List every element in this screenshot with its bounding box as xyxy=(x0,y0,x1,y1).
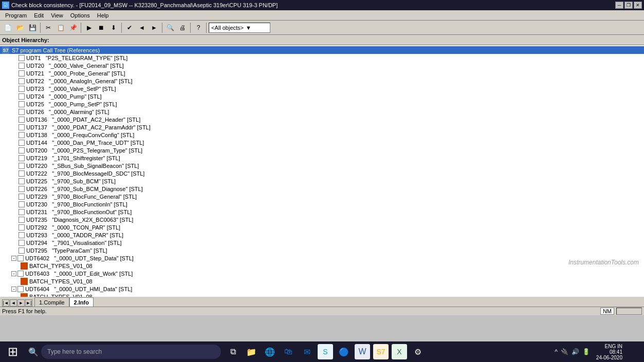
toolbar-compile[interactable]: ▶ xyxy=(83,22,95,33)
toolbar-paste[interactable]: 📌 xyxy=(67,22,79,33)
tree-row[interactable]: UDT220 "_SBus_Sub_SignalBeacon" [STL] xyxy=(0,162,644,169)
menu-edit[interactable]: Edit xyxy=(31,11,47,20)
tree-row[interactable]: UDT230 "_9700_BlocFunctionIn" [STL] xyxy=(0,200,644,208)
item-checkbox[interactable] xyxy=(19,109,25,115)
tree-row[interactable]: UDT231 "_9700_BlocFunctionOut" [STL] xyxy=(0,208,644,216)
toolbar-stop[interactable]: ⏹ xyxy=(96,22,107,33)
taskbar-search-bar[interactable]: Type here to search xyxy=(41,345,221,359)
tray-chevron[interactable]: ^ xyxy=(555,348,558,355)
tab-first-button[interactable]: |◄ xyxy=(2,299,9,307)
tree-row[interactable]: UDT144 "_0000_Dan_PM_Trace_UDT" [STL] xyxy=(0,139,644,146)
toolbar-open[interactable]: 📂 xyxy=(14,22,26,33)
show-desktop-button[interactable] xyxy=(624,341,640,362)
taskbar-settings[interactable]: ⚙ xyxy=(410,344,426,359)
tree-row[interactable]: UDT20 "_0000_Valve_General" [STL] xyxy=(0,62,644,69)
item-checkbox[interactable] xyxy=(19,209,25,215)
item-checkbox[interactable] xyxy=(17,286,24,292)
tree-row[interactable]: UDT294 "_7901_Visualisation" [STL] xyxy=(0,239,644,246)
tree-container[interactable]: S7 S7 program Call Tree (References) UDT… xyxy=(0,45,644,297)
toolbar-find[interactable]: 🔍 xyxy=(164,22,176,33)
item-checkbox[interactable] xyxy=(19,155,25,161)
tab-prev-button[interactable]: ◄ xyxy=(10,299,17,307)
tree-row[interactable]: UDT293 "_0000_TADDR_PAR" [STL] xyxy=(0,231,644,239)
item-checkbox[interactable] xyxy=(17,271,24,277)
toolbar-help[interactable]: ? xyxy=(193,22,204,33)
tree-root[interactable]: S7 S7 program Call Tree (References) xyxy=(0,46,644,54)
toolbar-nav-back[interactable]: ◄ xyxy=(136,22,148,33)
toolbar-print[interactable]: 🖨 xyxy=(177,22,188,33)
menu-help[interactable]: Help xyxy=(94,11,112,20)
taskbar-edge[interactable]: 🌐 xyxy=(262,344,278,359)
tree-row[interactable]: UDT22 "_0000_AnalogIn_General" [STL] xyxy=(0,77,644,85)
tab-last-button[interactable]: ►| xyxy=(25,299,32,307)
item-checkbox[interactable] xyxy=(19,186,25,192)
tree-row[interactable]: UDT226 "_9700_Sub_BCM_Diagnose" [STL] xyxy=(0,185,644,193)
tree-row[interactable]: BATCH_TYPES_V01_08 xyxy=(0,277,644,285)
tree-row[interactable]: -UDT6402 "_0000_UDT_Step_Data" [STL] xyxy=(0,254,644,262)
toolbar-nav-fwd[interactable]: ► xyxy=(149,22,160,33)
taskbar-mail[interactable]: ✉ xyxy=(299,344,315,359)
item-checkbox[interactable] xyxy=(19,170,25,177)
item-checkbox[interactable] xyxy=(19,70,25,77)
tree-row[interactable]: UDT138 "_0000_FrequConvConfig" [STL] xyxy=(0,131,644,139)
tree-row[interactable]: UDT222 "_9700_BlocMessageID_SDC" [STL] xyxy=(0,169,644,177)
item-checkbox[interactable] xyxy=(19,93,25,100)
tree-row[interactable]: UDT136 "_0000_PDAT_AC2_Header" [STL] xyxy=(0,116,644,123)
item-checkbox[interactable] xyxy=(19,132,25,138)
toolbar-download[interactable]: ⬇ xyxy=(108,22,119,33)
expand-button[interactable]: - xyxy=(11,256,16,261)
tree-row[interactable]: UDT24 "_0000_Pump" [STL] xyxy=(0,92,644,100)
tree-row[interactable]: UDT200 "_0000_P2S_Telegram_Type" [STL] xyxy=(0,146,644,154)
tree-row[interactable]: -UDT6403 "_0000_UDT_Edit_Work" [STL] xyxy=(0,270,644,277)
toolbar-save[interactable]: 💾 xyxy=(27,22,38,33)
taskbar-word[interactable]: W xyxy=(355,344,370,359)
item-checkbox[interactable] xyxy=(19,86,25,92)
close-button[interactable]: ✕ xyxy=(634,2,642,9)
tree-row[interactable]: BATCH_TYPES_V01_08 xyxy=(0,262,644,270)
minimize-button[interactable]: ─ xyxy=(615,2,623,9)
item-checkbox[interactable] xyxy=(19,178,25,184)
taskbar-siemens[interactable]: S xyxy=(318,344,333,359)
item-checkbox[interactable] xyxy=(19,217,25,223)
toolbar-check[interactable]: ✔ xyxy=(124,22,135,33)
taskbar-search-icon[interactable]: 🔍 xyxy=(26,344,41,359)
item-checkbox[interactable] xyxy=(19,117,25,123)
tree-row[interactable]: UDT25 "_0000_Pump_SetP" [STL] xyxy=(0,100,644,108)
tree-row[interactable]: UDT235 "Diagnosis_X2X_BC0063" [STL] xyxy=(0,216,644,223)
item-checkbox[interactable] xyxy=(19,201,25,207)
tree-row[interactable]: UDT26 "_0000_Alarming" [STL] xyxy=(0,108,644,116)
tree-row[interactable]: BATCH_TYPES_V01_08 xyxy=(0,293,644,297)
tree-row[interactable]: UDT225 "_9700_Sub_BCM" [STL] xyxy=(0,177,644,185)
tree-row[interactable]: UDT219 "_1701_Shiftregister" [STL] xyxy=(0,154,644,162)
object-filter-dropdown[interactable]: <All objects> ▼ xyxy=(209,23,270,33)
item-checkbox[interactable] xyxy=(19,78,25,84)
item-checkbox[interactable] xyxy=(19,147,25,154)
tab-next-button[interactable]: ► xyxy=(17,299,25,307)
tree-row[interactable]: -UDT6404 "_0000_UDT_HMI_Data" [STL] xyxy=(0,285,644,293)
item-checkbox[interactable] xyxy=(19,101,25,107)
toolbar-copy[interactable]: 📋 xyxy=(55,22,66,33)
taskbar-chrome[interactable]: 🔵 xyxy=(336,344,352,359)
menu-options[interactable]: Options xyxy=(67,11,93,20)
taskbar-s7[interactable]: S7 xyxy=(373,344,389,359)
taskbar-file-explorer[interactable]: 📁 xyxy=(244,344,259,359)
taskbar-task-view[interactable]: ⧉ xyxy=(225,344,241,359)
item-checkbox[interactable] xyxy=(19,63,25,69)
expand-button[interactable]: - xyxy=(11,287,16,292)
start-button[interactable]: ⊞ xyxy=(0,341,26,362)
toolbar-new[interactable]: 📄 xyxy=(2,22,13,33)
tree-row[interactable]: UDT21 "_0000_Probe_General" [STL] xyxy=(0,69,644,77)
taskbar-excel[interactable]: X xyxy=(392,344,407,359)
item-checkbox[interactable] xyxy=(19,163,25,169)
item-checkbox[interactable] xyxy=(19,194,25,200)
tree-row[interactable]: UDT295 "TypeParaCam" [STL] xyxy=(0,246,644,254)
toolbar-cut[interactable]: ✂ xyxy=(43,22,54,33)
item-checkbox[interactable] xyxy=(19,55,25,61)
tab-compile[interactable]: 1.Compile xyxy=(34,297,69,307)
item-checkbox[interactable] xyxy=(19,140,25,146)
item-checkbox[interactable] xyxy=(19,247,25,254)
expand-button[interactable]: - xyxy=(11,271,16,276)
item-checkbox[interactable] xyxy=(17,255,24,261)
menu-program[interactable]: Program xyxy=(2,11,30,20)
tree-row[interactable]: UDT23 "_0000_Valve_SetP" [STL] xyxy=(0,85,644,92)
